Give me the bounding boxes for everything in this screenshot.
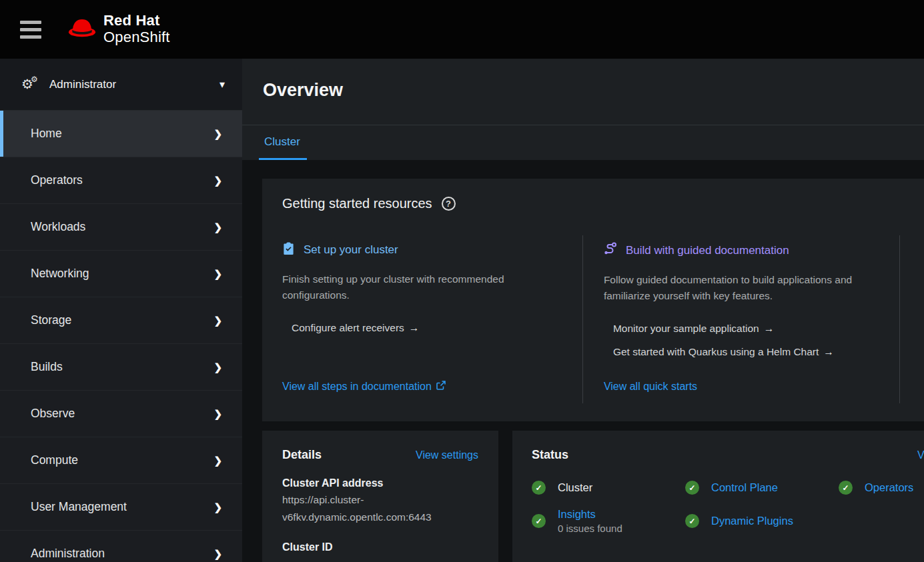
brand-line1: Red Hat (103, 12, 170, 29)
sidebar-item-builds[interactable]: Builds ❯ (0, 344, 242, 391)
arrow-right-icon: → (764, 323, 775, 334)
chevron-right-icon: ❯ (213, 268, 222, 280)
sidebar-item-label: Workloads (31, 220, 85, 234)
route-icon (604, 242, 617, 259)
chevron-right-icon: ❯ (213, 455, 222, 467)
sidebar-item-administration[interactable]: Administration ❯ (0, 531, 242, 562)
check-circle-icon: ✓ (685, 514, 699, 528)
field-label: Cluster API address (282, 475, 478, 491)
setup-cluster-column: Set up your cluster Finish setting up yo… (262, 235, 582, 403)
brand-logo[interactable]: Red Hat OpenShift (68, 12, 170, 45)
masthead: Red Hat OpenShift (0, 0, 924, 59)
getting-started-title: Getting started resources (282, 196, 432, 211)
check-circle-icon: ✓ (532, 514, 546, 528)
check-circle-icon: ✓ (685, 481, 699, 495)
chevron-right-icon: ❯ (213, 128, 222, 140)
sidebar-item-label: Operators (31, 173, 83, 187)
configure-alert-receivers-link[interactable]: Configure alert receivers→ (292, 321, 558, 335)
sidebar-item-compute[interactable]: Compute ❯ (0, 437, 242, 484)
status-item-dynamic-plugins: ✓ Dynamic Plugins (685, 508, 839, 534)
sidebar-nav: ⚙ ⚙ Administrator ▾ Home ❯ Operators ❯ W… (0, 59, 242, 562)
tab-cluster[interactable]: Cluster (263, 125, 302, 160)
check-circle-icon: ✓ (839, 481, 853, 495)
view-alerts-link[interactable]: View alerts (917, 449, 924, 461)
chevron-right-icon: ❯ (213, 408, 222, 420)
setup-cluster-description: Finish setting up your cluster with reco… (282, 271, 558, 303)
tab-bar: Cluster (242, 125, 924, 160)
status-title: Status (532, 448, 568, 462)
status-item-cluster: ✓ Cluster (532, 481, 685, 495)
clipboard-check-icon (282, 242, 295, 258)
sidebar-item-home[interactable]: Home ❯ (0, 111, 242, 157)
sidebar-item-observe[interactable]: Observe ❯ (0, 391, 242, 437)
page-title: Overview (242, 59, 924, 101)
sidebar-item-operators[interactable]: Operators ❯ (0, 157, 242, 204)
sidebar-item-label: Administration (31, 547, 105, 561)
clipped-column (899, 235, 924, 403)
chevron-right-icon: ❯ (213, 501, 222, 513)
status-card: Status View alerts ✓ Cluster ✓ Control P… (512, 431, 924, 562)
overview-content: Getting started resources ? Set up your … (242, 160, 924, 562)
insights-issues-count: 0 issues found (558, 523, 622, 534)
nav-toggle-button[interactable] (20, 21, 41, 43)
guided-documentation-column: Build with guided documentation Follow g… (582, 235, 899, 403)
field-label: Cluster ID (282, 539, 478, 555)
sidebar-item-label: Home (31, 127, 62, 141)
quarkus-helm-chart-link[interactable]: Get started with Quarkus using a Helm Ch… (613, 345, 875, 359)
view-all-quick-starts-link[interactable]: View all quick starts (604, 381, 875, 393)
brand-line2: OpenShift (103, 29, 170, 45)
status-item-insights: ✓ Insights 0 issues found (532, 508, 685, 534)
sidebar-item-label: User Management (31, 500, 127, 514)
status-item-operators: ✓ Operators (839, 481, 924, 495)
chevron-right-icon: ❯ (213, 548, 222, 560)
monitor-sample-app-link[interactable]: Monitor your sample application→ (613, 321, 875, 336)
view-settings-link[interactable]: View settings (416, 449, 478, 461)
help-icon[interactable]: ? (442, 197, 456, 211)
red-hat-fedora-icon (68, 17, 96, 41)
sidebar-item-label: Observe (31, 407, 75, 421)
sidebar-item-networking[interactable]: Networking ❯ (0, 251, 242, 297)
sidebar-item-label: Storage (31, 313, 71, 327)
view-all-steps-link[interactable]: View all steps in documentation (282, 381, 558, 393)
details-title: Details (282, 448, 322, 462)
arrow-right-icon: → (823, 346, 834, 357)
status-item-control-plane: ✓ Control Plane (685, 481, 839, 495)
chevron-right-icon: ❯ (213, 361, 222, 373)
getting-started-card: Getting started resources ? Set up your … (262, 179, 924, 421)
perspective-label: Administrator (49, 78, 116, 91)
arrow-right-icon: → (409, 322, 420, 333)
cluster-api-address-field: Cluster API address https://api.cluster-… (282, 475, 478, 526)
hamburger-icon (20, 21, 41, 24)
setup-cluster-link[interactable]: Set up your cluster (282, 242, 558, 258)
perspective-switcher[interactable]: ⚙ ⚙ Administrator ▾ (0, 59, 242, 111)
sidebar-item-storage[interactable]: Storage ❯ (0, 297, 242, 344)
sidebar-item-workloads[interactable]: Workloads ❯ (0, 204, 242, 251)
caret-down-icon: ▾ (219, 78, 225, 91)
chevron-right-icon: ❯ (213, 221, 222, 233)
sidebar-item-user-management[interactable]: User Management ❯ (0, 484, 242, 531)
guided-documentation-link[interactable]: Build with guided documentation (604, 242, 875, 259)
sidebar-item-label: Builds (31, 360, 63, 374)
sidebar-item-label: Networking (31, 267, 89, 281)
chevron-right-icon: ❯ (213, 315, 222, 327)
chevron-right-icon: ❯ (213, 175, 222, 187)
openshift-console: Red Hat OpenShift ⚙ ⚙ Administrator ▾ Ho… (0, 0, 924, 562)
guided-documentation-description: Follow guided documentation to build app… (604, 272, 875, 304)
check-circle-icon: ✓ (532, 481, 546, 495)
cluster-id-field: Cluster ID (282, 539, 478, 555)
details-card: Details View settings Cluster API addres… (262, 431, 498, 562)
sidebar-item-label: Compute (31, 453, 78, 467)
cogs-icon: ⚙ ⚙ (21, 77, 40, 93)
page-header: Overview (242, 59, 924, 125)
external-link-icon (436, 381, 446, 393)
field-value: https://api.cluster- v6fkv.dynamic.opent… (282, 491, 478, 526)
